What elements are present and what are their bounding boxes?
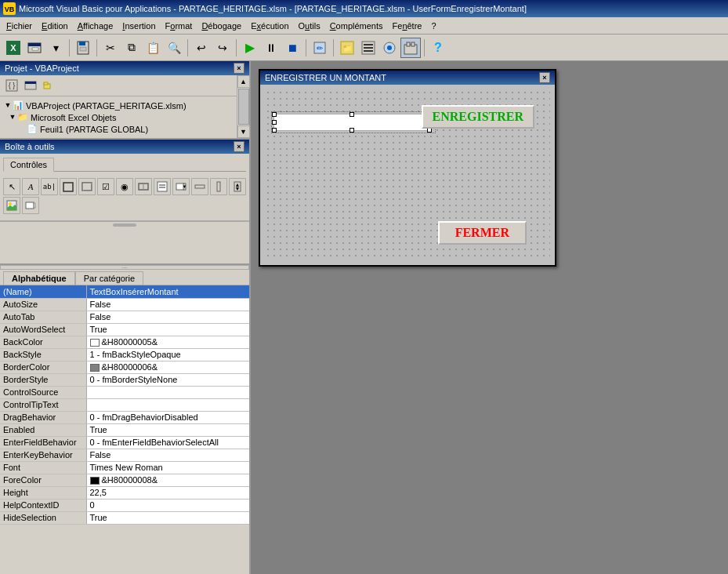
prop-value-cell[interactable]: TextBoxInsérerMontant <box>86 285 249 298</box>
toolbar-insert-form-btn[interactable] <box>24 38 45 58</box>
props-row[interactable]: ControlSource <box>0 386 249 398</box>
ctrl-commandbutton[interactable] <box>78 178 96 195</box>
menu-outils[interactable]: Outils <box>294 20 325 32</box>
prop-value-cell[interactable]: 0 - fmBorderStyleNone <box>86 373 249 386</box>
props-row[interactable]: FontTimes New Roman <box>0 461 249 474</box>
prop-value-cell[interactable]: True <box>86 423 249 436</box>
form-enregistrer-btn[interactable]: ENREGISTRER <box>422 105 534 129</box>
prop-value-cell[interactable]: 22,5 <box>86 486 249 499</box>
prop-value-cell[interactable]: 0 - fmDragBehaviorDisabled <box>86 411 249 423</box>
toolbar-save-btn[interactable] <box>73 38 93 58</box>
ctrl-togglebutton[interactable] <box>135 178 152 195</box>
props-row[interactable]: AutoSizeFalse <box>0 298 249 311</box>
form-fermer-btn[interactable]: FERMER <box>438 221 527 245</box>
toolbar-stop-btn[interactable]: ⏹ <box>282 38 302 58</box>
menu-edition[interactable]: Edition <box>37 20 73 32</box>
ctrl-scrollbar-v[interactable] <box>210 178 227 195</box>
props-row[interactable]: BorderColor&H80000006& <box>0 361 249 373</box>
form-textbox-control[interactable] <box>273 114 430 131</box>
prop-value-cell[interactable] <box>86 386 249 398</box>
menu-insertion[interactable]: Insertion <box>118 20 160 32</box>
toolbar-find-btn[interactable]: 🔍 <box>164 38 184 58</box>
props-row[interactable]: AutoWordSelectTrue <box>0 323 249 336</box>
props-row[interactable]: HelpContextID0 <box>0 499 249 511</box>
ctrl-combobox[interactable]: ▼ <box>172 178 190 195</box>
props-row[interactable]: AutoTabFalse <box>0 311 249 323</box>
project-view-code-btn[interactable]: { } <box>3 77 20 94</box>
ctrl-refbtn[interactable] <box>22 197 39 214</box>
toolbox-tab-controles[interactable]: Contrôles <box>3 158 54 172</box>
toolbar-redo-btn[interactable]: ↪ <box>212 38 233 58</box>
props-row[interactable]: Height22,5 <box>0 486 249 499</box>
ctrl-spinbutton[interactable]: ▲▼ <box>229 178 246 195</box>
props-row[interactable]: HideSelectionTrue <box>0 511 249 524</box>
toolbox-close-btn[interactable]: × <box>234 141 244 152</box>
prop-value-cell[interactable]: 0 <box>86 499 249 511</box>
tree-item-vbaproject[interactable]: ▼ 📊 VBAProject (PARTAGE_HERITAGE.xlsm) <box>2 100 235 111</box>
ctrl-image[interactable] <box>3 197 20 214</box>
properties-tab-alpha[interactable]: Alphabétique <box>3 271 75 285</box>
props-row[interactable]: (Name)TextBoxInsérerMontant <box>0 285 249 298</box>
menu-format[interactable]: Format <box>161 20 197 32</box>
prop-value-cell[interactable]: False <box>86 311 249 323</box>
prop-value-cell[interactable]: Times New Roman <box>86 461 249 474</box>
toolbar-paste-btn[interactable]: 📋 <box>143 38 163 58</box>
toolbar-design-btn[interactable]: ✏ <box>310 38 330 58</box>
toolbar-toolbox-btn[interactable] <box>400 38 421 58</box>
ctrl-checkbox[interactable]: ☑ <box>97 178 114 195</box>
menu-execution[interactable]: Exécution <box>246 20 293 32</box>
ctrl-listbox[interactable] <box>154 178 171 195</box>
ctrl-optionbutton[interactable]: ◉ <box>116 178 133 195</box>
project-scrollbar[interactable]: ▲ ▼ <box>237 75 249 138</box>
userform-close-btn[interactable]: × <box>539 72 550 83</box>
props-row[interactable]: BackStyle1 - fmBackStyleOpaque <box>0 348 249 361</box>
project-toggle-btn[interactable] <box>41 77 58 94</box>
menu-debogage[interactable]: Débogage <box>197 20 246 32</box>
prop-value-cell[interactable] <box>86 398 249 411</box>
form-canvas[interactable]: ENREGISTRER FERMER <box>265 89 550 260</box>
ctrl-pointer[interactable]: ↖ <box>3 178 20 195</box>
toolbox-resize-handle[interactable] <box>0 220 249 228</box>
prop-value-cell[interactable]: False <box>86 449 249 461</box>
toolbar-copy-btn[interactable]: ⧉ <box>121 38 142 58</box>
prop-value-cell[interactable]: &H80000005& <box>86 336 249 348</box>
toolbar-cut-btn[interactable]: ✂ <box>100 38 121 58</box>
ctrl-textbox[interactable]: ab| <box>41 178 58 195</box>
props-row[interactable]: BackColor&H80000005& <box>0 336 249 348</box>
prop-value-cell[interactable]: &H80000008& <box>86 474 249 486</box>
props-row[interactable]: BorderStyle0 - fmBorderStyleNone <box>0 373 249 386</box>
toolbar-explorer-btn[interactable]: 📁 <box>337 38 357 58</box>
prop-value-cell[interactable]: False <box>86 298 249 311</box>
props-row[interactable]: EnterKeyBehaviorFalse <box>0 449 249 461</box>
prop-value-cell[interactable]: 0 - fmEnterFieldBehaviorSelectAll <box>86 436 249 449</box>
props-row[interactable]: ControlTipText <box>0 398 249 411</box>
tree-item-excel-objects[interactable]: ▼ 📁 Microsoft Excel Objets <box>2 111 235 123</box>
props-row[interactable]: ForeColor&H80000008& <box>0 474 249 486</box>
project-view-form-btn[interactable] <box>22 77 39 94</box>
scroll-thumb[interactable] <box>238 89 249 125</box>
toolbar-objbrowser-btn[interactable] <box>379 38 400 58</box>
properties-tab-category[interactable]: Par catégorie <box>75 271 143 285</box>
props-row[interactable]: EnterFieldBehavior0 - fmEnterFieldBehavi… <box>0 436 249 449</box>
project-close-btn[interactable]: × <box>234 63 244 74</box>
menu-affichage[interactable]: Affichage <box>73 20 118 32</box>
prop-value-cell[interactable]: True <box>86 511 249 524</box>
menu-fichier[interactable]: Fichier <box>2 20 37 32</box>
prop-value-cell[interactable]: True <box>86 323 249 336</box>
prop-value-cell[interactable]: 1 - fmBackStyleOpaque <box>86 348 249 361</box>
props-row[interactable]: DragBehavior0 - fmDragBehaviorDisabled <box>0 411 249 423</box>
props-row[interactable]: EnabledTrue <box>0 423 249 436</box>
scroll-down-arrow[interactable]: ▼ <box>237 125 250 138</box>
ctrl-frame[interactable] <box>60 178 77 195</box>
toolbar-pause-btn[interactable]: ⏸ <box>261 38 281 58</box>
ctrl-scrollbar-h[interactable] <box>191 178 208 195</box>
toolbar-undo-btn[interactable]: ↩ <box>191 38 212 58</box>
toolbar-dropdown-btn[interactable]: ▾ <box>45 38 66 58</box>
prop-value-cell[interactable]: &H80000006& <box>86 361 249 373</box>
toolbar-excel-btn[interactable]: X <box>3 38 24 58</box>
ctrl-label[interactable]: A <box>22 178 39 195</box>
menu-fenetre[interactable]: Fenêtre <box>388 20 427 32</box>
tree-item-feuil1[interactable]: 📄 Feuil1 (PARTAGE GLOBAL) <box>2 123 235 135</box>
toolbar-props-btn[interactable] <box>358 38 378 58</box>
menu-complements[interactable]: Compléments <box>325 20 388 32</box>
